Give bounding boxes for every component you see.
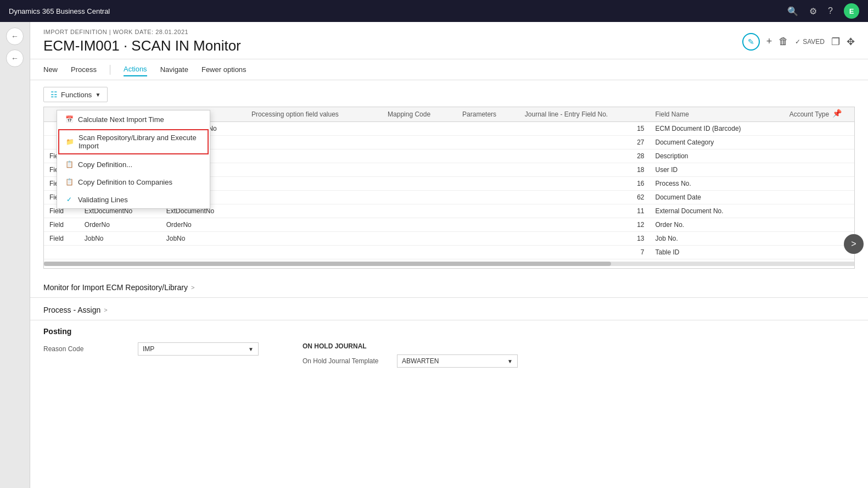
table-cell [457,218,519,232]
table-cell [246,122,382,136]
dropdown-item-calculate[interactable]: 📅 Calculate Next Import Time [57,110,210,128]
back-button-2[interactable]: ← [6,49,24,67]
table-cell [246,246,382,259]
table-cell [784,136,854,149]
page-container: ← ← IMPORT DEFINITION | WORK DATE: 28.01… [0,22,868,488]
toolbar-fewer-options[interactable]: Fewer options [201,63,247,76]
table-cell [161,246,246,259]
table-cell: Document Category [650,136,784,149]
table-cell [784,177,854,191]
table-cell [457,191,519,204]
scrollbar-thumb[interactable] [44,262,611,266]
saved-status: ✓ SAVED [795,38,825,46]
breadcrumb: IMPORT DEFINITION | WORK DATE: 28.01.202… [43,29,241,35]
scan-icon: 📁 [66,137,74,146]
search-icon[interactable]: 🔍 [787,6,798,16]
table-cell: 18 [519,163,650,177]
add-button[interactable]: + [766,36,772,47]
posting-section: Posting Reason Code IMP ▼ ON HOLD JOURNA… [30,320,868,379]
table-cell: JobNo [161,232,246,246]
table-cell [246,149,382,163]
edit-button[interactable]: ✎ [742,33,760,51]
table-cell: 13 [519,232,650,246]
page-header: IMPORT DEFINITION | WORK DATE: 28.01.202… [30,22,868,59]
process-chevron-icon: > [104,307,107,313]
table-cell [246,163,382,177]
toolbar-process[interactable]: Process [71,63,97,76]
posting-content: Reason Code IMP ▼ ON HOLD JOURNAL On Hol… [43,342,855,372]
horizontal-scrollbar[interactable] [44,262,854,266]
table-cell [382,177,457,191]
table-cell [457,204,519,218]
table-cell [457,122,519,136]
content-area: ☷ Functions ▼ 📅 Calculate Next Import Ti… [30,80,868,275]
table-cell [246,136,382,149]
validating-icon: ✓ [65,195,74,204]
monitor-section-header[interactable]: Monitor for Import ECM Repository/Librar… [30,275,868,298]
table-cell: Description [650,149,784,163]
table-cell: 15 [519,122,650,136]
table-cell: ECM Document ID (Barcode) [650,122,784,136]
table-cell [784,191,854,204]
expand-button[interactable]: ❐ [831,36,840,48]
monitor-section-label: Monitor for Import ECM Repository/Librar… [43,283,188,292]
dropdown-item-scan[interactable]: 📁 Scan Repository/Library and Execute Im… [58,129,209,154]
posting-title: Posting [43,327,855,336]
back-button[interactable]: ← [6,27,24,45]
table-cell [79,246,161,259]
table-cell: Order No. [650,218,784,232]
table-cell: User ID [650,163,784,177]
table-cell [784,149,854,163]
help-icon[interactable]: ? [828,6,833,16]
functions-icon: ☷ [51,90,58,99]
table-cell [457,149,519,163]
table-cell: 16 [519,177,650,191]
table-row[interactable]: FieldJobNoJobNo13Job No. [44,232,854,246]
table-cell [382,218,457,232]
table-cell [382,191,457,204]
col-account-type: Account Type [784,107,854,122]
toolbar-navigate[interactable]: Navigate [160,63,188,76]
functions-dropdown-menu: 📅 Calculate Next Import Time 📁 Scan Repo… [57,110,210,209]
functions-button[interactable]: ☷ Functions ▼ [43,87,108,102]
table-cell [457,136,519,149]
col-journal-entry: Journal line - Entry Field No. [519,107,650,122]
dropdown-item-copy-companies[interactable]: 📋 Copy Definition to Companies [57,173,210,191]
copy-companies-icon: 📋 [65,178,74,186]
table-cell [246,204,382,218]
table-cell [784,246,854,259]
on-hold-template-input[interactable]: ABWARTEN ▼ [397,354,518,368]
table-cell: 27 [519,136,650,149]
table-cell [246,232,382,246]
dropdown-item-copy-def[interactable]: 📋 Copy Definition... [57,156,210,173]
top-bar-icons: 🔍 ⚙ ? E [787,3,859,19]
on-hold-template-label: On Hold Journal Template [303,357,390,365]
process-section-header[interactable]: Process - Assign > [30,298,868,320]
user-avatar[interactable]: E [844,3,859,19]
table-cell [784,163,854,177]
table-row[interactable]: FieldOrderNoOrderNo12Order No. [44,218,854,232]
table-cell [382,122,457,136]
table-cell [246,191,382,204]
settings-icon[interactable]: ⚙ [809,6,817,16]
reason-code-area: Reason Code IMP ▼ [43,342,259,372]
dropdown-item-validating[interactable]: ✓ Validating Lines [57,191,210,208]
calculate-icon: 📅 [65,115,74,124]
table-cell [246,177,382,191]
fullscreen-button[interactable]: ✥ [847,36,855,48]
table-row[interactable]: 7Table ID [44,246,854,259]
col-processing: Processing option field values [246,107,382,122]
right-arrow-button[interactable]: > [844,234,864,254]
table-cell: OrderNo [79,218,161,232]
toolbar-new[interactable]: New [43,63,58,76]
table-cell: 12 [519,218,650,232]
breadcrumb-area: IMPORT DEFINITION | WORK DATE: 28.01.202… [43,29,241,54]
table-cell [382,163,457,177]
toolbar-actions[interactable]: Actions [124,63,147,76]
sidebar: ← ← [0,22,30,488]
delete-button[interactable]: 🗑 [779,36,788,47]
table-pin-icon[interactable]: 📌 [832,109,842,118]
table-cell [382,204,457,218]
reason-code-input[interactable]: IMP ▼ [138,342,259,356]
col-field-name-col: Field Name [650,107,784,122]
